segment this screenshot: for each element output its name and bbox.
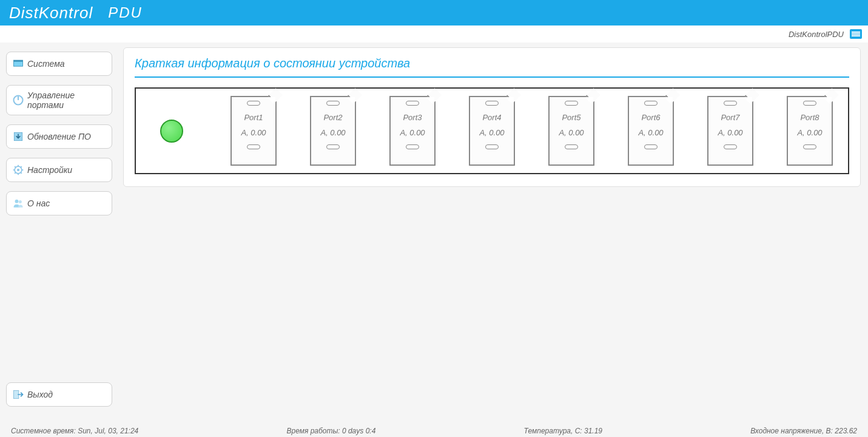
sidebar-item-label: Настройки <box>27 165 72 175</box>
sidebar-item-label: Управление портами <box>27 90 107 110</box>
sidebar-item-logout[interactable]: Выход <box>6 382 112 407</box>
port-screw-bottom-icon <box>247 144 260 149</box>
port-screw-bottom-icon <box>803 144 816 149</box>
port-card-2[interactable]: Port2A, 0.00 <box>310 96 356 166</box>
footer-uptime: Время работы: 0 days 0:4 <box>286 427 375 435</box>
device-status-panel: Краткая информация о состоянии устройств… <box>123 47 861 187</box>
svg-point-16 <box>19 200 22 203</box>
status-led-icon <box>160 120 183 143</box>
port-value: A, 0.00 <box>241 128 266 137</box>
port-card-8[interactable]: Port8A, 0.00 <box>787 96 833 166</box>
port-screw-bottom-icon <box>644 144 658 149</box>
svg-line-13 <box>15 172 16 174</box>
svg-line-12 <box>21 172 22 174</box>
sidebar-item-settings[interactable]: Настройки <box>6 158 112 182</box>
port-screw-top-icon <box>565 101 578 106</box>
ports-container: Port1A, 0.00Port2A, 0.00Port3A, 0.00Port… <box>135 87 849 174</box>
sidebar-item-label: Обновление ПО <box>27 132 91 141</box>
port-screw-bottom-icon <box>485 144 499 149</box>
port-value: A, 0.00 <box>400 128 425 137</box>
power-icon <box>12 93 25 107</box>
port-value: A, 0.00 <box>638 128 663 137</box>
port-screw-top-icon <box>803 101 816 106</box>
status-bar: Системное время: Sun, Jul, 03, 21:24 Вре… <box>0 425 868 437</box>
port-value: A, 0.00 <box>479 128 504 137</box>
port-value: A, 0.00 <box>320 128 345 137</box>
port-card-6[interactable]: Port6A, 0.00 <box>628 96 674 166</box>
sidebar: Система Управление портами Обновление ПО… <box>0 42 118 425</box>
port-name: Port1 <box>244 113 263 122</box>
port-card-5[interactable]: Port5A, 0.00 <box>548 96 594 166</box>
port-value: A, 0.00 <box>718 128 742 137</box>
subheader: DistKontrolPDU <box>0 25 868 42</box>
sidebar-item-update[interactable]: Обновление ПО <box>6 124 112 149</box>
port-name: Port8 <box>800 113 819 122</box>
port-screw-top-icon <box>724 101 737 106</box>
system-icon <box>12 57 25 70</box>
port-name: Port5 <box>562 113 580 122</box>
port-screw-bottom-icon <box>565 144 578 149</box>
footer-voltage: Входное напряжение, В: 223.62 <box>750 427 857 435</box>
svg-point-6 <box>17 169 19 171</box>
port-name: Port2 <box>323 113 342 122</box>
port-screw-top-icon <box>485 101 499 106</box>
svg-rect-1 <box>14 60 23 62</box>
port-name: Port4 <box>482 113 501 122</box>
port-screw-bottom-icon <box>326 144 340 149</box>
port-screw-top-icon <box>644 101 658 106</box>
port-name: Port3 <box>403 113 422 122</box>
exit-icon <box>12 388 25 401</box>
content-area: Краткая информация о состоянии устройств… <box>118 42 868 425</box>
svg-point-15 <box>15 200 19 203</box>
port-name: Port7 <box>721 113 739 122</box>
brand-product: PDU <box>108 4 143 21</box>
port-screw-top-icon <box>326 101 340 106</box>
svg-line-11 <box>15 166 16 168</box>
sidebar-item-ports[interactable]: Управление портами <box>6 85 112 115</box>
users-icon <box>12 197 25 210</box>
footer-temperature: Температура, С: 31.19 <box>524 427 603 435</box>
port-card-3[interactable]: Port3A, 0.00 <box>389 96 436 166</box>
port-card-7[interactable]: Port7A, 0.00 <box>707 96 753 166</box>
hamburger-menu-icon[interactable] <box>850 29 862 39</box>
svg-line-14 <box>21 166 22 168</box>
footer-system-time: Системное время: Sun, Jul, 03, 21:24 <box>11 427 138 435</box>
download-icon <box>12 130 25 143</box>
port-name: Port6 <box>641 113 660 122</box>
port-card-4[interactable]: Port4A, 0.00 <box>469 96 515 166</box>
port-card-1[interactable]: Port1A, 0.00 <box>230 96 277 166</box>
sidebar-item-system[interactable]: Система <box>6 52 112 76</box>
device-name: DistKontrolPDU <box>789 30 844 39</box>
sidebar-item-label: О нас <box>27 198 50 208</box>
brand-name: DistKontrol <box>9 4 93 22</box>
port-screw-top-icon <box>406 101 419 106</box>
port-screw-top-icon <box>247 101 260 106</box>
gear-icon <box>12 163 25 177</box>
port-screw-bottom-icon <box>724 144 737 149</box>
port-screw-bottom-icon <box>406 144 419 149</box>
panel-title: Краткая информация о состоянии устройств… <box>135 56 849 78</box>
sidebar-item-label: Выход <box>27 390 53 399</box>
app-header: DistKontrol PDU <box>0 0 868 25</box>
sidebar-item-about[interactable]: О нас <box>6 191 112 215</box>
port-value: A, 0.00 <box>559 128 584 137</box>
sidebar-item-label: Система <box>27 59 65 69</box>
port-value: A, 0.00 <box>797 128 822 137</box>
